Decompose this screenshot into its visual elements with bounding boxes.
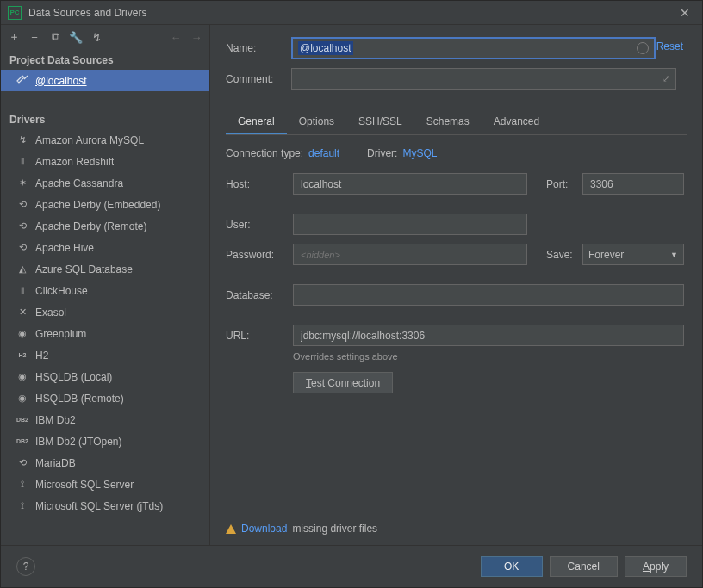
user-label: User: [226, 219, 293, 231]
driver-item[interactable]: DB2IBM Db2 [1, 409, 209, 430]
driver-icon: ⦀ [16, 156, 28, 168]
data-source-item[interactable]: @localhost [1, 70, 209, 91]
driver-icon: ⟲ [16, 199, 28, 211]
footer: ? OK Cancel Apply [1, 545, 702, 586]
data-source-label: @localhost [35, 75, 87, 87]
content-panel: Name: @localhost Reset Comment: ⤢ Genera… [210, 25, 702, 545]
remove-button[interactable]: − [25, 28, 44, 46]
close-icon[interactable]: ✕ [675, 4, 695, 22]
test-connection-button[interactable]: Test Connection [293, 372, 393, 393]
drivers-header: Drivers [1, 108, 209, 129]
copy-button[interactable]: ⧉ [46, 28, 65, 46]
database-input[interactable] [293, 284, 684, 306]
driver-item[interactable]: ⦀ClickHouse [1, 280, 209, 301]
settings-button[interactable]: 🔧 [66, 28, 85, 46]
driver-item[interactable]: ✕Exasol [1, 301, 209, 323]
driver-icon: ◉ [16, 328, 28, 340]
connection-type-link[interactable]: default [308, 147, 339, 159]
driver-label: Apache Cassandra [35, 177, 123, 189]
ok-button[interactable]: OK [481, 556, 543, 577]
driver-label: Azure SQL Database [35, 263, 133, 275]
apply-button[interactable]: Apply [625, 556, 687, 577]
driver-item[interactable]: ↯Amazon Aurora MySQL [1, 129, 209, 151]
port-label: Port: [546, 178, 582, 190]
driver-label: Apache Hive [35, 242, 94, 254]
driver-icon: ⟲ [16, 242, 28, 254]
driver-item[interactable]: ◉Greenplum [1, 323, 209, 344]
sidebar: ＋ − ⧉ 🔧 ↯ ← → Project Data Sources @loca… [1, 25, 210, 545]
add-button[interactable]: ＋ [4, 28, 23, 46]
driver-icon: ✕ [16, 306, 28, 319]
driver-item[interactable]: ◉HSQLDB (Local) [1, 366, 209, 387]
comment-input[interactable]: ⤢ [291, 68, 676, 90]
make-global-button[interactable]: ↯ [87, 28, 106, 46]
driver-item[interactable]: ⟲Apache Hive [1, 237, 209, 258]
driver-label: HSQLDB (Remote) [35, 393, 124, 405]
driver-item[interactable]: ⟲MariaDB [1, 452, 209, 473]
host-input[interactable] [293, 173, 527, 195]
port-input[interactable] [582, 173, 684, 195]
nav-forward-button[interactable]: → [187, 28, 206, 46]
driver-icon: ✶ [16, 177, 28, 189]
driver-icon: ◉ [16, 371, 28, 383]
comment-label: Comment: [226, 73, 291, 85]
tab-advanced[interactable]: Advanced [482, 110, 551, 134]
spinner-icon [637, 42, 649, 54]
tab-ssh-ssl[interactable]: SSH/SSL [346, 110, 414, 134]
reset-link[interactable]: Reset [656, 40, 683, 53]
driver-item[interactable]: DB2IBM Db2 (JTOpen) [1, 430, 209, 452]
tab-schemas[interactable]: Schemas [414, 110, 482, 134]
cancel-button[interactable]: Cancel [550, 556, 618, 577]
download-link[interactable]: Download [241, 523, 287, 535]
save-select[interactable]: Forever ▼ [582, 244, 684, 265]
password-input[interactable]: <hidden> [293, 244, 527, 265]
window-title: Data Sources and Drivers [28, 7, 675, 19]
driver-item[interactable]: ⟲Apache Derby (Embedded) [1, 194, 209, 215]
tab-options[interactable]: Options [287, 110, 346, 134]
nav-back-button[interactable]: ← [166, 28, 185, 46]
database-label: Database: [226, 289, 293, 301]
driver-item[interactable]: H2H2 [1, 344, 209, 366]
url-label: URL: [226, 330, 293, 342]
driver-label: ClickHouse [35, 285, 88, 297]
driver-icon: ↯ [16, 134, 28, 146]
driver-label: IBM Db2 (JTOpen) [35, 436, 121, 448]
driver-item[interactable]: ⦀Amazon Redshift [1, 151, 209, 172]
connection-type-label: Connection type: [226, 147, 303, 159]
tab-general[interactable]: General [226, 110, 287, 134]
project-sources-header: Project Data Sources [1, 49, 209, 70]
warning-icon [226, 524, 236, 534]
driver-link[interactable]: MySQL [402, 147, 437, 159]
driver-item[interactable]: ⟲Apache Derby (Remote) [1, 215, 209, 237]
driver-icon: ⟲ [16, 220, 28, 232]
driver-label: IBM Db2 [35, 414, 76, 426]
name-label: Name: [226, 42, 291, 54]
driver-item[interactable]: ⟟Microsoft SQL Server [1, 473, 209, 495]
title-bar: PC Data Sources and Drivers ✕ [1, 1, 702, 25]
driver-label: Amazon Aurora MySQL [35, 134, 144, 146]
download-text: missing driver files [292, 523, 377, 535]
driver-item[interactable]: ✶Apache Cassandra [1, 172, 209, 194]
tabs: GeneralOptionsSSH/SSLSchemasAdvanced [226, 110, 687, 135]
driver-label: Microsoft SQL Server [35, 479, 134, 491]
driver-item[interactable]: ⟟Microsoft SQL Server (jTds) [1, 495, 209, 512]
driver-item[interactable]: ◭Azure SQL Database [1, 258, 209, 280]
driver-label: Exasol [35, 306, 66, 319]
url-input[interactable] [293, 325, 684, 346]
user-input[interactable] [293, 214, 527, 235]
url-note: Overrides settings above [293, 351, 687, 362]
driver-label: MariaDB [35, 457, 76, 469]
chevron-down-icon: ▼ [670, 251, 678, 259]
password-label: Password: [226, 249, 293, 261]
driver-label: Driver: [367, 147, 397, 159]
driver-icon: ⦀ [16, 285, 28, 297]
driver-icon: DB2 [16, 436, 28, 448]
driver-icon: ⟲ [16, 457, 28, 469]
driver-icon: ◭ [16, 263, 28, 275]
driver-icon: DB2 [16, 414, 28, 426]
drivers-list: ↯Amazon Aurora MySQL⦀Amazon Redshift✶Apa… [1, 129, 209, 512]
help-button[interactable]: ? [16, 557, 35, 576]
driver-item[interactable]: ◉HSQLDB (Remote) [1, 387, 209, 409]
expand-icon[interactable]: ⤢ [663, 73, 670, 84]
name-input[interactable]: @localhost [291, 37, 656, 59]
